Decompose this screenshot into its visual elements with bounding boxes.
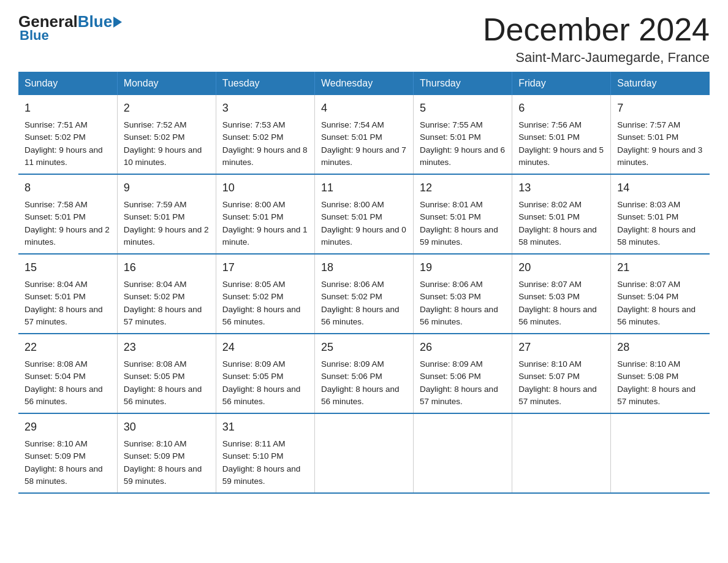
day-number: 11 <box>321 180 407 196</box>
day-number: 6 <box>518 100 604 117</box>
calendar-cell: 2Sunrise: 7:52 AMSunset: 5:02 PMDaylight… <box>117 95 216 174</box>
page-title: December 2024 <box>483 12 710 47</box>
sunset-label: Sunset: 5:01 PM <box>617 132 678 142</box>
sunrise-label: Sunrise: 7:59 AM <box>124 200 187 209</box>
sunrise-label: Sunrise: 8:07 AM <box>518 280 582 289</box>
daylight-label: Daylight: 9 hours and 0 minutes. <box>321 225 406 247</box>
sunset-label: Sunset: 5:02 PM <box>124 132 185 142</box>
daylight-label: Daylight: 9 hours and 2 minutes. <box>124 225 209 247</box>
col-header-tuesday: Tuesday <box>216 72 314 95</box>
daylight-label: Daylight: 8 hours and 59 minutes. <box>124 464 202 486</box>
calendar-cell: 16Sunrise: 8:04 AMSunset: 5:02 PMDayligh… <box>117 254 216 334</box>
sunrise-label: Sunrise: 7:52 AM <box>124 120 187 129</box>
day-number: 14 <box>617 180 703 196</box>
calendar-cell: 4Sunrise: 7:54 AMSunset: 5:01 PMDaylight… <box>314 95 413 174</box>
calendar-cell <box>512 413 611 493</box>
sunset-label: Sunset: 5:01 PM <box>321 212 382 221</box>
sunset-label: Sunset: 5:08 PM <box>617 372 678 381</box>
calendar-cell: 28Sunrise: 8:10 AMSunset: 5:08 PMDayligh… <box>611 334 710 413</box>
day-number: 21 <box>617 259 703 276</box>
daylight-label: Daylight: 8 hours and 57 minutes. <box>518 385 597 406</box>
sunrise-label: Sunrise: 7:56 AM <box>518 120 582 129</box>
col-header-friday: Friday <box>512 72 611 95</box>
calendar-week-4: 22Sunrise: 8:08 AMSunset: 5:04 PMDayligh… <box>18 334 710 413</box>
sunrise-label: Sunrise: 8:07 AM <box>617 280 680 289</box>
calendar-cell: 29Sunrise: 8:10 AMSunset: 5:09 PMDayligh… <box>18 413 117 493</box>
sunrise-label: Sunrise: 8:02 AM <box>518 200 582 209</box>
calendar-week-2: 8Sunrise: 7:58 AMSunset: 5:01 PMDaylight… <box>18 174 710 254</box>
col-header-thursday: Thursday <box>414 72 512 95</box>
calendar-cell: 9Sunrise: 7:59 AMSunset: 5:01 PMDaylight… <box>117 174 216 254</box>
calendar-table: SundayMondayTuesdayWednesdayThursdayFrid… <box>18 72 710 494</box>
day-number: 29 <box>25 419 111 435</box>
daylight-label: Daylight: 8 hours and 56 minutes. <box>222 385 301 406</box>
col-header-monday: Monday <box>117 72 216 95</box>
calendar-cell: 25Sunrise: 8:09 AMSunset: 5:06 PMDayligh… <box>314 334 413 413</box>
calendar-cell: 20Sunrise: 8:07 AMSunset: 5:03 PMDayligh… <box>512 254 611 334</box>
title-block: December 2024 Saint-Marc-Jaumegarde, Fra… <box>483 12 710 66</box>
calendar-cell: 13Sunrise: 8:02 AMSunset: 5:01 PMDayligh… <box>512 174 611 254</box>
calendar-cell: 3Sunrise: 7:53 AMSunset: 5:02 PMDaylight… <box>216 95 314 174</box>
calendar-cell: 17Sunrise: 8:05 AMSunset: 5:02 PMDayligh… <box>216 254 314 334</box>
sunset-label: Sunset: 5:01 PM <box>25 292 86 301</box>
calendar-cell: 21Sunrise: 8:07 AMSunset: 5:04 PMDayligh… <box>611 254 710 334</box>
sunset-label: Sunset: 5:06 PM <box>321 372 382 381</box>
calendar-cell <box>611 413 710 493</box>
calendar-week-5: 29Sunrise: 8:10 AMSunset: 5:09 PMDayligh… <box>18 413 710 493</box>
daylight-label: Daylight: 8 hours and 59 minutes. <box>420 225 498 247</box>
calendar-cell: 26Sunrise: 8:09 AMSunset: 5:06 PMDayligh… <box>414 334 512 413</box>
calendar-cell: 23Sunrise: 8:08 AMSunset: 5:05 PMDayligh… <box>117 334 216 413</box>
sunset-label: Sunset: 5:05 PM <box>124 372 185 381</box>
sunrise-label: Sunrise: 8:10 AM <box>25 439 88 448</box>
sunrise-label: Sunrise: 8:08 AM <box>124 359 187 369</box>
calendar-cell: 15Sunrise: 8:04 AMSunset: 5:01 PMDayligh… <box>18 254 117 334</box>
sunset-label: Sunset: 5:01 PM <box>321 132 382 142</box>
daylight-label: Daylight: 8 hours and 56 minutes. <box>518 305 597 326</box>
sunrise-label: Sunrise: 8:09 AM <box>222 359 286 369</box>
calendar-week-3: 15Sunrise: 8:04 AMSunset: 5:01 PMDayligh… <box>18 254 710 334</box>
day-number: 7 <box>617 100 703 117</box>
calendar-cell: 10Sunrise: 8:00 AMSunset: 5:01 PMDayligh… <box>216 174 314 254</box>
sunset-label: Sunset: 5:01 PM <box>222 212 284 221</box>
calendar-cell: 30Sunrise: 8:10 AMSunset: 5:09 PMDayligh… <box>117 413 216 493</box>
day-number: 18 <box>321 259 407 276</box>
sunrise-label: Sunrise: 8:01 AM <box>420 200 483 209</box>
calendar-cell: 6Sunrise: 7:56 AMSunset: 5:01 PMDaylight… <box>512 95 611 174</box>
sunrise-label: Sunrise: 8:10 AM <box>617 359 680 369</box>
daylight-label: Daylight: 8 hours and 56 minutes. <box>25 385 103 406</box>
sunrise-label: Sunrise: 7:55 AM <box>420 120 483 129</box>
day-number: 16 <box>124 259 210 276</box>
sunset-label: Sunset: 5:09 PM <box>124 451 185 461</box>
day-number: 19 <box>420 259 506 276</box>
daylight-label: Daylight: 8 hours and 56 minutes. <box>617 305 696 326</box>
sunset-label: Sunset: 5:04 PM <box>25 372 86 381</box>
calendar-week-1: 1Sunrise: 7:51 AMSunset: 5:02 PMDaylight… <box>18 95 710 174</box>
sunset-label: Sunset: 5:02 PM <box>124 292 185 301</box>
day-number: 9 <box>124 180 210 196</box>
sunset-label: Sunset: 5:06 PM <box>420 372 481 381</box>
sunset-label: Sunset: 5:01 PM <box>518 212 580 221</box>
calendar-cell: 24Sunrise: 8:09 AMSunset: 5:05 PMDayligh… <box>216 334 314 413</box>
sunrise-label: Sunrise: 8:06 AM <box>420 280 483 289</box>
calendar-cell: 19Sunrise: 8:06 AMSunset: 5:03 PMDayligh… <box>414 254 512 334</box>
calendar-cell <box>414 413 512 493</box>
sunrise-label: Sunrise: 8:09 AM <box>420 359 483 369</box>
sunrise-label: Sunrise: 8:04 AM <box>25 280 88 289</box>
daylight-label: Daylight: 8 hours and 59 minutes. <box>222 464 301 486</box>
sunset-label: Sunset: 5:01 PM <box>124 212 185 221</box>
day-number: 26 <box>420 339 506 356</box>
sunset-label: Sunset: 5:01 PM <box>617 212 678 221</box>
daylight-label: Daylight: 9 hours and 2 minutes. <box>25 225 110 247</box>
calendar-body: 1Sunrise: 7:51 AMSunset: 5:02 PMDaylight… <box>18 95 710 493</box>
sunrise-label: Sunrise: 8:11 AM <box>222 439 286 448</box>
sunrise-label: Sunrise: 7:53 AM <box>222 120 286 129</box>
sunrise-label: Sunrise: 7:58 AM <box>25 200 88 209</box>
sunrise-label: Sunrise: 8:03 AM <box>617 200 680 209</box>
daylight-label: Daylight: 8 hours and 58 minutes. <box>25 464 103 486</box>
daylight-label: Daylight: 8 hours and 56 minutes. <box>321 385 400 406</box>
sunset-label: Sunset: 5:02 PM <box>321 292 382 301</box>
sunset-label: Sunset: 5:01 PM <box>25 212 86 221</box>
sunrise-label: Sunrise: 8:10 AM <box>518 359 582 369</box>
sunset-label: Sunset: 5:01 PM <box>420 132 481 142</box>
sunrise-label: Sunrise: 7:51 AM <box>25 120 88 129</box>
